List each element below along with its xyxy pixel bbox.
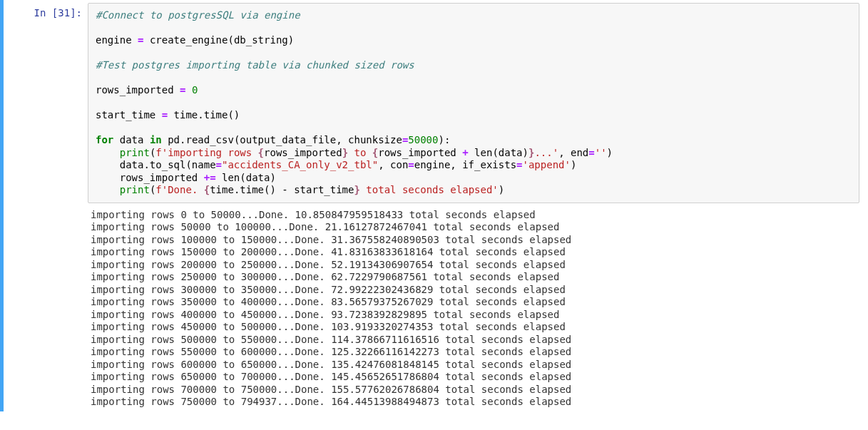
stdout-output: importing rows 0 to 50000...Done. 10.850… — [91, 209, 859, 409]
input-prompt: In [31]: — [34, 7, 82, 19]
prompt-area: In [31]: — [4, 3, 88, 409]
cell-body: #Connect to postgresSQL via engine engin… — [88, 3, 868, 409]
code-block: #Connect to postgresSQL via engine engin… — [96, 9, 852, 197]
output-area: importing rows 0 to 50000...Done. 10.850… — [88, 203, 859, 409]
code-input-area[interactable]: #Connect to postgresSQL via engine engin… — [88, 3, 859, 203]
notebook-cell: In [31]: #Connect to postgresSQL via eng… — [0, 0, 868, 411]
